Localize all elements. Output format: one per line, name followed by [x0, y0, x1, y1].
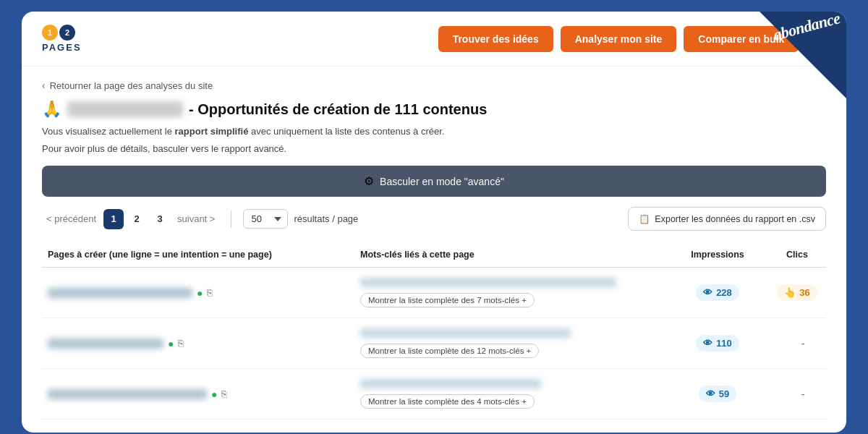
advanced-banner-text: Basculer en mode "avancé" [380, 176, 504, 187]
cell-page-1: ● ⎘ [42, 284, 354, 302]
col-pages-header: Pages à créer (une ligne = une intention… [42, 247, 354, 263]
cell-keywords-3: Montrer la liste complète des 4 mots-clé… [354, 376, 667, 412]
show-keywords-button-1[interactable]: Montrer la liste complète des 7 mots-clé… [360, 293, 535, 307]
cell-impressions-2: 👁 110 [667, 332, 768, 354]
divider [231, 210, 231, 228]
title-blurred-domain [67, 101, 183, 117]
clicks-value-1: 36 [799, 287, 809, 298]
cell-clicks-1: 👆 36 [768, 281, 826, 304]
cell-page-2: ● ⎘ [42, 335, 354, 352]
page-1-button[interactable]: 1 [103, 209, 124, 229]
desc-post: avec uniquement la liste des contenus à … [248, 126, 444, 137]
table-row: ● ⎘ Montrer la liste complète des 12 mot… [42, 318, 826, 369]
cell-clicks-2: - [768, 335, 826, 352]
prev-page-button[interactable]: < précédent [42, 210, 101, 227]
back-icon: ‹ [42, 80, 46, 91]
table-header: Pages à créer (une ligne = une intention… [42, 242, 826, 268]
copy-icon-1[interactable]: ⎘ [207, 287, 213, 298]
impressions-value-1: 228 [716, 287, 732, 298]
eye-icon-1: 👁 [703, 287, 712, 298]
col-keywords-header: Mots-clés liés à cette page [354, 247, 667, 263]
logo-area: 1 2 PAGES [42, 25, 82, 53]
impressions-value-2: 110 [716, 338, 732, 349]
desc-pre: Vous visualisez actuellement le [42, 126, 175, 137]
cell-impressions-3: 👁 59 [667, 383, 768, 405]
nav-buttons: Trouver des idées Analyser mon site Comp… [438, 26, 826, 52]
copy-icon-2[interactable]: ⎘ [178, 338, 184, 349]
content: ‹ Retourner la page des analyses du site… [22, 67, 846, 433]
status-icon-3: ● [211, 388, 217, 400]
per-page-select[interactable]: 50 25 100 [243, 209, 288, 229]
copy-icon-3[interactable]: ⎘ [221, 388, 227, 399]
header: 1 2 PAGES Trouver des idées Analyser mon… [22, 12, 846, 67]
logo-circles: 1 2 [42, 25, 75, 41]
clicks-badge-1: 👆 36 [777, 284, 817, 301]
page-title: 🙏 - Opportunités de création de 111 cont… [42, 100, 826, 119]
export-label: Exporter les données du rapport en .csv [655, 214, 815, 224]
show-keywords-button-3[interactable]: Montrer la liste complète des 4 mots-clé… [360, 394, 535, 409]
btn-analyser[interactable]: Analyser mon site [561, 26, 677, 52]
desc-bold: rapport simplifié [175, 126, 249, 137]
next-page-button[interactable]: suivant > [173, 210, 219, 227]
logo-circle-2: 2 [59, 25, 75, 41]
status-icon-2: ● [168, 338, 174, 349]
table-row: ● ⎘ Montrer la liste complète des 7 mots… [42, 268, 826, 318]
page-title-blurred-2 [48, 339, 163, 349]
description-line1: Vous visualisez actuellement le rapport … [42, 124, 826, 139]
export-icon: 📋 [639, 213, 650, 224]
page-3-button[interactable]: 3 [150, 209, 170, 229]
title-emoji: 🙏 [42, 100, 61, 119]
hand-icon-1: 👆 [784, 287, 796, 298]
cell-keywords-1: Montrer la liste complète des 7 mots-clé… [354, 275, 667, 310]
impressions-badge-1: 👁 228 [696, 284, 739, 301]
title-text: - Opportunités de création de 111 conten… [189, 101, 487, 118]
advanced-mode-banner[interactable]: ⚙ Basculer en mode "avancé" [42, 166, 826, 197]
main-card: abondance 1 2 PAGES Trouver des idées An… [22, 12, 846, 433]
impressions-badge-3: 👁 59 [699, 386, 736, 402]
logo-circle-1: 1 [42, 25, 58, 41]
breadcrumb-link[interactable]: Retourner la page des analyses du site [50, 80, 213, 91]
cell-page-3: ● ⎘ [42, 386, 354, 403]
btn-trouver[interactable]: Trouver des idées [438, 26, 553, 52]
impressions-value-3: 59 [719, 388, 729, 399]
impressions-badge-2: 👁 110 [696, 335, 739, 352]
page-title-blurred-1 [48, 288, 192, 298]
per-page-label: résultats / page [294, 213, 358, 224]
clicks-dash-3: - [790, 388, 805, 400]
clicks-dash-2: - [790, 338, 805, 349]
page-title-blurred-3 [48, 389, 207, 399]
gear-icon: ⚙ [364, 174, 374, 188]
show-keywords-button-2[interactable]: Montrer la liste complète des 12 mots-cl… [360, 344, 539, 358]
status-icon-1: ● [197, 287, 203, 299]
cell-keywords-2: Montrer la liste complète des 12 mots-cl… [354, 326, 667, 361]
col-impressions-header: Impressions [667, 247, 768, 263]
logo-text: PAGES [42, 42, 82, 53]
toolbar: < précédent 1 2 3 suivant > 50 25 100 ré… [42, 207, 826, 231]
table-row: ● ⎘ Montrer la liste complète des 4 mots… [42, 369, 826, 420]
cell-impressions-1: 👁 228 [667, 281, 768, 304]
eye-icon-2: 👁 [703, 338, 712, 349]
col-clicks-header: Clics [768, 247, 826, 263]
description-line2: Pour avoir plus de détails, basculer ver… [42, 142, 826, 156]
eye-icon-3: 👁 [706, 388, 715, 399]
export-button[interactable]: 📋 Exporter les données du rapport en .cs… [628, 207, 826, 231]
breadcrumb: ‹ Retourner la page des analyses du site [42, 80, 826, 91]
cell-clicks-3: - [768, 386, 826, 403]
pagination: < précédent 1 2 3 suivant > [42, 209, 219, 229]
page-2-button[interactable]: 2 [127, 209, 147, 229]
